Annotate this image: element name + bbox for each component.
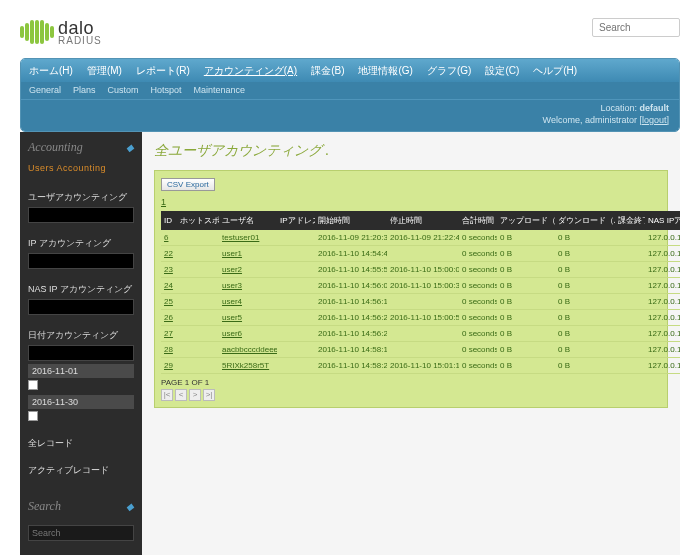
nav-tab[interactable]: レポート(R) <box>136 64 190 78</box>
sidebar-search-input[interactable] <box>28 525 134 541</box>
row-user-link[interactable]: user5 <box>222 313 242 322</box>
row-user-link[interactable]: user4 <box>222 297 242 306</box>
nav-subtab[interactable]: Hotspot <box>151 85 182 95</box>
column-header[interactable]: 停止時間 <box>387 211 459 230</box>
sidebar-input-user[interactable] <box>28 207 134 223</box>
sidebar-link-all-records[interactable]: 全レコード <box>28 437 134 450</box>
table-cell: user3 <box>219 278 277 294</box>
column-header[interactable]: ID <box>161 211 177 230</box>
column-header[interactable]: ホットスポット <box>177 211 219 230</box>
pager-button[interactable]: >| <box>203 389 215 401</box>
row-user-link[interactable]: 5RIXk258r5T <box>222 361 269 370</box>
nav-tab[interactable]: 地理情報(G) <box>358 64 412 78</box>
sidebar-header: Users Accounting <box>28 163 134 173</box>
table-cell: 0 B <box>555 230 615 246</box>
table-cell: user6 <box>219 326 277 342</box>
sidebar-item-label: 日付アカウンティング <box>28 330 118 340</box>
sidebar-link-active-records[interactable]: アクティブレコード <box>28 464 134 477</box>
table-cell <box>277 310 315 326</box>
nav-tab[interactable]: 管理(M) <box>87 64 122 78</box>
table-cell: 127.0.0.1 <box>645 294 680 310</box>
column-header[interactable]: ダウンロード（バイト） <box>555 211 615 230</box>
welcome-prefix: Welcome, <box>543 115 583 125</box>
table-cell <box>615 278 645 294</box>
row-user-link[interactable]: user2 <box>222 265 242 274</box>
row-id-link[interactable]: 27 <box>164 329 173 338</box>
logout-link[interactable]: [logout] <box>639 115 669 125</box>
table-cell: 127.0.0.1 <box>645 262 680 278</box>
table-cell <box>177 278 219 294</box>
row-id-link[interactable]: 25 <box>164 297 173 306</box>
row-id-link[interactable]: 24 <box>164 281 173 290</box>
table-cell: 0 B <box>497 230 555 246</box>
table-cell: 0 B <box>555 246 615 262</box>
nav-subtab[interactable]: Custom <box>108 85 139 95</box>
column-header[interactable]: 合計時間 <box>459 211 497 230</box>
table-cell <box>615 262 645 278</box>
nav-subtab[interactable]: General <box>29 85 61 95</box>
calendar-icon[interactable] <box>28 411 38 421</box>
column-header[interactable]: NAS IPアドレス <box>645 211 680 230</box>
sidebar-input-date-top[interactable] <box>28 345 134 361</box>
sidebar-date-from[interactable]: 2016-11-01 <box>28 364 134 378</box>
table-row: 295RIXk258r5T2016-11-10 14:58:282016-11-… <box>161 358 680 374</box>
table-cell <box>277 294 315 310</box>
row-user-link[interactable]: user1 <box>222 249 242 258</box>
pager-button[interactable]: > <box>189 389 201 401</box>
table-cell: 26 <box>161 310 177 326</box>
nav-tab[interactable]: 課金(B) <box>311 64 344 78</box>
table-row: 22user12016-11-10 14:54:410 seconds0 B0 … <box>161 246 680 262</box>
nav-tab[interactable]: ホーム(H) <box>29 64 73 78</box>
sidebar-item-nasip-accounting[interactable]: NAS IP アカウンティング <box>28 283 134 315</box>
sidebar-item-ip-accounting[interactable]: IP アカウンティング <box>28 237 134 269</box>
table-cell: 0 B <box>497 342 555 358</box>
column-header[interactable]: 課金終了 <box>615 211 645 230</box>
table-cell: 2016-11-10 14:56:02 <box>315 278 387 294</box>
table-cell: 2016-11-09 21:20:36 <box>315 230 387 246</box>
row-id-link[interactable]: 6 <box>164 233 168 242</box>
nav-tab[interactable]: ヘルプ(H) <box>533 64 577 78</box>
row-id-link[interactable]: 22 <box>164 249 173 258</box>
table-cell: 127.0.0.1 <box>645 230 680 246</box>
table-cell <box>277 246 315 262</box>
pager-button[interactable]: < <box>175 389 187 401</box>
nav-tab[interactable]: グラフ(G) <box>427 64 471 78</box>
row-id-link[interactable]: 28 <box>164 345 173 354</box>
column-header[interactable]: ユーザ名 <box>219 211 277 230</box>
table-cell: 0 B <box>497 358 555 374</box>
column-header[interactable]: アップロード（バイト） <box>497 211 555 230</box>
sidebar-date-to[interactable]: 2016-11-30 <box>28 395 134 409</box>
table-cell: 0 seconds <box>459 294 497 310</box>
table-cell: 2016-11-10 14:56:27 <box>315 326 387 342</box>
pager-button[interactable]: |< <box>161 389 173 401</box>
row-id-link[interactable]: 26 <box>164 313 173 322</box>
row-user-link[interactable]: user3 <box>222 281 242 290</box>
row-user-link[interactable]: testuser01 <box>222 233 259 242</box>
table-cell <box>277 342 315 358</box>
table-cell: 0 seconds <box>459 246 497 262</box>
logo-sub-text: RADIUS <box>58 35 102 46</box>
page-number-top[interactable]: 1 <box>161 197 661 207</box>
pager: |<<>>| <box>161 389 661 401</box>
table-cell: 2016-11-10 14:58:28 <box>315 358 387 374</box>
column-header[interactable]: 開始時間 <box>315 211 387 230</box>
page-title: 全ユーザアカウンティング . <box>154 142 668 160</box>
nav-tab[interactable]: アカウンティング(A) <box>204 64 297 78</box>
search-input[interactable] <box>592 18 680 37</box>
column-header[interactable]: IPアドレス <box>277 211 315 230</box>
row-user-link[interactable]: user6 <box>222 329 242 338</box>
table-cell: 27 <box>161 326 177 342</box>
table-cell <box>615 230 645 246</box>
sidebar-item-user-accounting[interactable]: ユーザアカウンティング <box>28 191 134 223</box>
csv-export-button[interactable]: CSV Export <box>161 178 215 191</box>
nav-subtab[interactable]: Maintenance <box>194 85 246 95</box>
calendar-icon[interactable] <box>28 380 38 390</box>
sidebar-input-nasip[interactable] <box>28 299 134 315</box>
row-id-link[interactable]: 23 <box>164 265 173 274</box>
nav-tab[interactable]: 設定(C) <box>485 64 519 78</box>
nav-subtab[interactable]: Plans <box>73 85 96 95</box>
row-id-link[interactable]: 29 <box>164 361 173 370</box>
sidebar-input-ip[interactable] <box>28 253 134 269</box>
table-row: 6testuser012016-11-09 21:20:362016-11-09… <box>161 230 680 246</box>
row-user-link[interactable]: aacbbcccddeeefff <box>222 345 277 354</box>
